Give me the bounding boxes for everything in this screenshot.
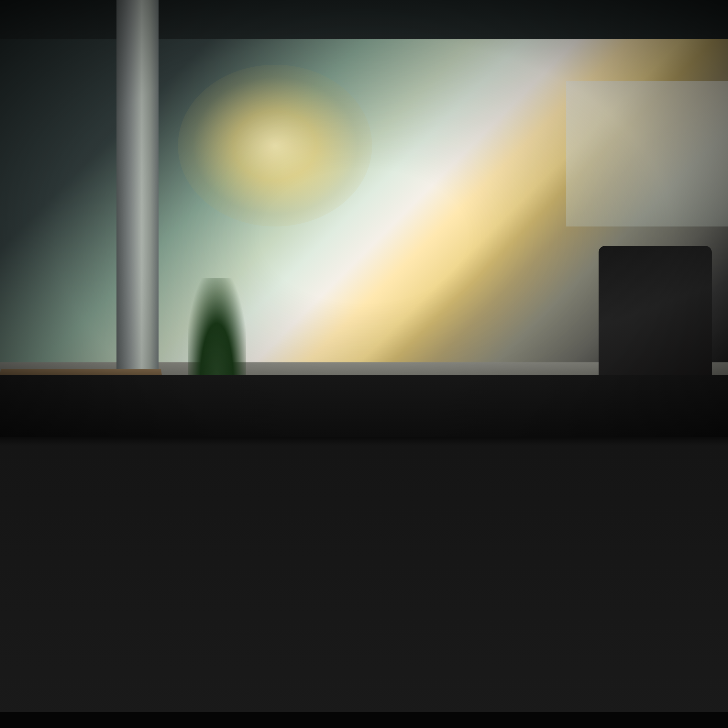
laptop-bottom: [0, 712, 728, 728]
office-column: [116, 0, 159, 421]
window-right: [566, 81, 728, 226]
monitor-bezel: [0, 437, 728, 728]
window-glow: [178, 65, 372, 226]
photo-background: [0, 0, 728, 473]
